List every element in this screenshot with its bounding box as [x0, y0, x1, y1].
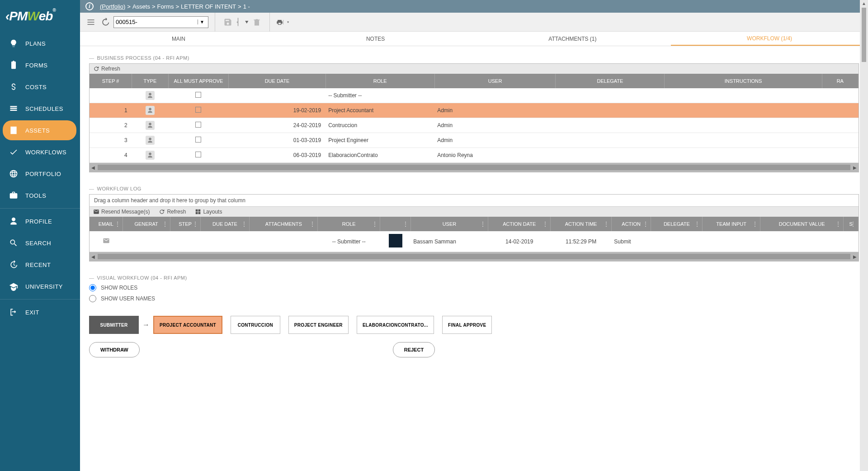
tab-attachments-[interactable]: ATTACHMENTS (1): [474, 32, 671, 46]
reject-button[interactable]: REJECT: [393, 342, 435, 357]
show-roles-label: SHOW ROLES: [101, 285, 137, 291]
bp-col-2[interactable]: ALL MUST APPROVE: [168, 74, 229, 88]
wf-box-4[interactable]: ELABORACIONCONTRATO...: [357, 316, 434, 334]
bp-col-8[interactable]: RA: [822, 74, 858, 88]
log-row[interactable]: -- Submitter --Bassam Samman14-02-201911…: [90, 231, 859, 252]
checkbox[interactable]: [195, 92, 201, 98]
log-col-6[interactable]: ⋮: [380, 217, 410, 231]
column-menu-icon[interactable]: ⋮: [162, 220, 168, 228]
page-vscroll[interactable]: ▲: [860, 0, 868, 471]
column-menu-icon[interactable]: ⋮: [402, 220, 409, 228]
log-col-2[interactable]: STEP⋮: [170, 217, 200, 231]
bp-refresh-button[interactable]: Refresh: [93, 66, 120, 72]
log-col-7[interactable]: USER⋮: [410, 217, 488, 231]
wf-box-1[interactable]: PROJECT ACCOUNTANT: [153, 316, 222, 334]
tab-workflow-[interactable]: WORKFLOW (1/4): [671, 32, 868, 46]
wf-box-3[interactable]: PROJECT ENGINEER: [288, 316, 349, 334]
nav-item-tools[interactable]: TOOLS: [0, 185, 80, 206]
log-col-3[interactable]: DUE DATE⋮: [200, 217, 250, 231]
nav-item-costs[interactable]: COSTS: [0, 76, 80, 98]
add-icon[interactable]: ⎸▾: [236, 16, 249, 29]
crumb-0[interactable]: (Portfolio): [100, 3, 125, 10]
log-col-10[interactable]: ACTION⋮: [611, 217, 651, 231]
bp-row[interactable]: -- Submitter --: [90, 88, 859, 103]
column-menu-icon[interactable]: ⋮: [542, 220, 548, 228]
log-hscroll[interactable]: ◀▶: [90, 252, 859, 261]
exit-icon: [8, 307, 19, 318]
log-col-13[interactable]: DOCUMENT VALUE⋮: [760, 217, 844, 231]
nav-item-plans[interactable]: PLANS: [0, 33, 80, 54]
bp-hscroll[interactable]: ◀▶: [90, 163, 859, 172]
column-menu-icon[interactable]: ⋮: [241, 220, 247, 228]
crumb-2: Forms: [157, 3, 174, 10]
checkbox[interactable]: [195, 137, 201, 143]
nav-item-profile[interactable]: PROFILE: [0, 210, 80, 232]
nav-item-search[interactable]: SEARCH: [0, 232, 80, 254]
log-col-11[interactable]: DELEGATE⋮: [651, 217, 703, 231]
nav-item-schedules[interactable]: SCHEDULES: [0, 98, 80, 119]
bp-row[interactable]: 406-03-2019ElaboracionContratoAntonio Re…: [90, 148, 859, 163]
group-hint[interactable]: Drag a column header and drop it here to…: [90, 195, 859, 207]
wf-box-2[interactable]: CONTRUCCION: [231, 316, 280, 334]
tab-notes[interactable]: NOTES: [277, 32, 474, 46]
nav-item-forms[interactable]: FORMS: [0, 54, 80, 76]
bp-col-4[interactable]: ROLE: [326, 74, 434, 88]
nav-item-exit[interactable]: EXIT: [0, 301, 80, 323]
log-col-9[interactable]: ACTION TIME⋮: [551, 217, 611, 231]
breadcrumb-bar: i (Portfolio)>Assets>Forms>LETTER OF INT…: [80, 0, 868, 13]
log-col-8[interactable]: ACTION DATE⋮: [488, 217, 551, 231]
bp-row[interactable]: 119-02-2019Project AccountantAdmin: [90, 103, 859, 118]
column-menu-icon[interactable]: ⋮: [114, 220, 121, 228]
nav-item-university[interactable]: UNIVERSITY: [0, 276, 80, 297]
column-menu-icon[interactable]: ⋮: [480, 220, 486, 228]
withdraw-button[interactable]: WITHDRAW: [89, 342, 140, 357]
bp-row[interactable]: 224-02-2019ContruccionAdmin: [90, 118, 859, 133]
list-icon[interactable]: [85, 16, 97, 29]
person-icon: [146, 91, 155, 100]
checkbox[interactable]: [195, 152, 201, 157]
column-menu-icon[interactable]: ⋮: [192, 220, 198, 228]
column-menu-icon[interactable]: ⋮: [694, 220, 700, 228]
print-icon[interactable]: ⎸▾: [276, 16, 289, 29]
bp-table: STEP #TYPEALL MUST APPROVEDUE DATEROLEUS…: [90, 74, 859, 163]
column-menu-icon[interactable]: ⋮: [372, 220, 378, 228]
column-menu-icon[interactable]: ⋮: [642, 220, 649, 228]
bp-col-1[interactable]: TYPE: [132, 74, 168, 88]
tab-main[interactable]: MAIN: [80, 32, 277, 46]
bp-col-7[interactable]: INSTRUCTIONS: [665, 74, 822, 88]
column-menu-icon[interactable]: ⋮: [835, 220, 841, 228]
bp-col-0[interactable]: STEP #: [90, 74, 132, 88]
log-col-4[interactable]: ATTACHMENTS⋮: [250, 217, 318, 231]
bp-row[interactable]: 301-03-2019Project EngineerAdmin: [90, 133, 859, 148]
column-menu-icon[interactable]: ⋮: [309, 220, 316, 228]
bp-col-5[interactable]: USER: [434, 74, 556, 88]
checkbox[interactable]: [195, 122, 201, 128]
show-users-radio[interactable]: [89, 295, 96, 302]
bp-col-3[interactable]: DUE DATE: [229, 74, 326, 88]
delete-icon[interactable]: [250, 16, 263, 29]
nav-item-workflows[interactable]: WORKFLOWS: [0, 141, 80, 163]
wf-box-0[interactable]: SUBMITTER: [89, 316, 139, 334]
wf-box-5[interactable]: FINAL APPROVE: [442, 316, 492, 334]
log-col-14[interactable]: S⋮: [844, 217, 859, 231]
column-menu-icon[interactable]: ⋮: [752, 220, 758, 228]
save-icon[interactable]: [222, 16, 234, 29]
show-roles-radio[interactable]: [89, 284, 96, 291]
column-menu-icon[interactable]: ⋮: [603, 220, 609, 228]
log-refresh-button[interactable]: Refresh: [159, 209, 186, 215]
layouts-button[interactable]: Layouts: [195, 209, 222, 215]
log-col-1[interactable]: GENERAT⋮: [123, 217, 170, 231]
nav-item-recent[interactable]: RECENT: [0, 254, 80, 276]
resend-button[interactable]: Resend Message(s): [93, 209, 150, 215]
history-icon[interactable]: [99, 16, 112, 29]
log-col-12[interactable]: TEAM INPUT⋮: [703, 217, 760, 231]
log-col-5[interactable]: ROLE⋮: [318, 217, 380, 231]
nav-item-portfolio[interactable]: PORTFOLIO: [0, 163, 80, 185]
record-selector[interactable]: 000515- ▼: [113, 16, 208, 28]
nav-item-assets[interactable]: ASSETS: [3, 120, 76, 140]
checkbox[interactable]: [195, 107, 201, 113]
bp-col-6[interactable]: DELEGATE: [556, 74, 665, 88]
column-menu-icon[interactable]: ⋮: [850, 220, 856, 228]
log-col-0[interactable]: EMAIL⋮: [90, 217, 123, 231]
info-icon[interactable]: i: [85, 2, 94, 10]
